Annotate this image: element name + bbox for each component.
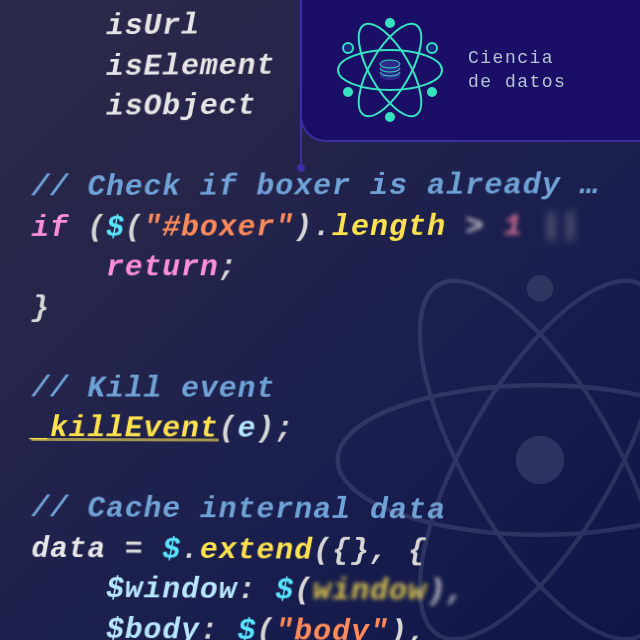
code-token: ); — [256, 412, 294, 446]
code-token: $ — [106, 210, 125, 244]
code-token: ( — [125, 210, 144, 244]
code-token: extend — [200, 533, 313, 568]
code-token: _killEvent — [31, 411, 218, 445]
code-token: if — [31, 210, 87, 244]
code-line: $body: $("body"), — [31, 609, 640, 640]
code-token: = — [125, 532, 163, 566]
code-token: length — [332, 209, 446, 243]
code-token: // Kill event — [31, 371, 275, 405]
code-line: } — [31, 287, 640, 328]
code-line: // Kill event — [31, 368, 640, 410]
code-token: isElement — [31, 48, 275, 84]
code-token: window — [313, 574, 427, 609]
code-token: 1 — [504, 209, 523, 243]
code-line: // Check if boxer is already … — [31, 164, 640, 207]
code-token: . — [181, 532, 200, 566]
code-token: $ — [162, 532, 181, 566]
code-token: ), — [427, 574, 465, 608]
code-token: $ — [238, 613, 257, 640]
badge-card: Ciencia de datos — [300, 0, 640, 142]
code-line — [31, 448, 640, 491]
code-token — [31, 451, 50, 485]
code-token: isObject — [31, 89, 256, 124]
code-token: ( — [294, 574, 313, 608]
atom-icon — [330, 10, 450, 130]
code-token: ({}, { — [313, 533, 427, 568]
code-token: ), — [389, 615, 427, 640]
svg-point-12 — [385, 18, 395, 28]
badge-label-line2: de datos — [468, 70, 566, 94]
code-token: : — [238, 573, 276, 607]
code-token: "body" — [275, 614, 389, 640]
code-token: ). — [294, 210, 332, 244]
svg-point-16 — [343, 43, 353, 53]
code-token: e — [238, 412, 257, 446]
code-line: $window: $(window), — [31, 569, 640, 615]
code-line: // Cache internal data — [31, 488, 640, 532]
code-token: data — [31, 532, 124, 566]
code-token: isUrl — [31, 9, 199, 44]
code-line: return; — [31, 246, 640, 288]
svg-point-15 — [427, 87, 437, 97]
code-line: if ($("#boxer").length > 1 || — [31, 205, 640, 247]
code-token: $body — [31, 612, 199, 640]
code-token: || — [523, 209, 600, 243]
code-token: $window — [31, 572, 237, 607]
code-token: : — [200, 613, 238, 640]
code-token: return — [31, 250, 218, 284]
svg-point-17 — [427, 43, 437, 53]
code-token: // Cache internal data — [31, 491, 446, 527]
svg-point-14 — [343, 87, 353, 97]
badge-label: Ciencia de datos — [468, 46, 566, 95]
code-token: "#boxer" — [144, 210, 295, 244]
code-token: } — [31, 291, 50, 325]
code-token: > — [446, 209, 503, 243]
code-token: $ — [275, 573, 294, 607]
nucleus-icon — [380, 60, 400, 80]
svg-point-13 — [385, 112, 395, 122]
code-token: ( — [219, 412, 238, 446]
code-token — [31, 331, 50, 365]
code-line: _killEvent(e); — [31, 408, 640, 450]
code-token: ; — [219, 250, 238, 284]
code-token: ( — [87, 210, 106, 244]
code-token: ( — [256, 614, 275, 640]
code-line: data = $.extend({}, { — [31, 529, 640, 574]
code-line — [31, 328, 640, 369]
code-token — [31, 130, 50, 164]
code-token: // Check if boxer is already … — [31, 168, 599, 204]
badge-label-line1: Ciencia — [468, 46, 566, 70]
